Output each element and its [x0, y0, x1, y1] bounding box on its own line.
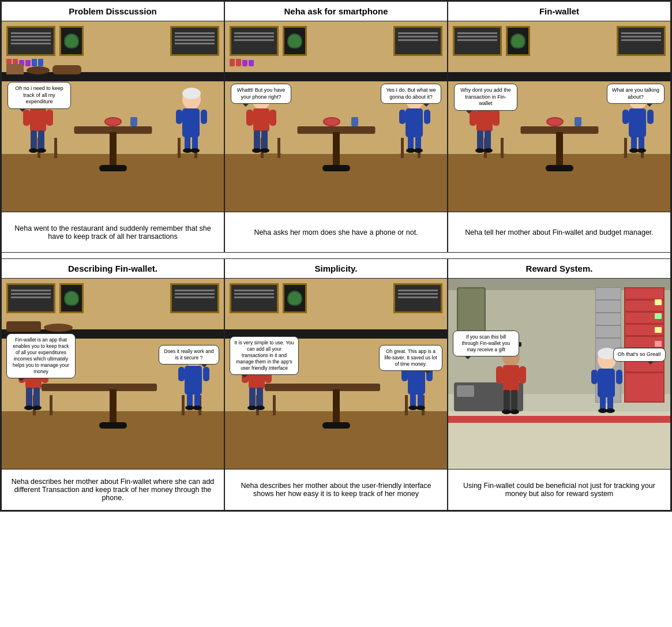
- svg-rect-95: [519, 366, 526, 384]
- bubble-3-right: What are you talking about?: [607, 84, 665, 104]
- svg-rect-40: [493, 110, 500, 126]
- panel-5-caption: Neha describes her mother about the user…: [225, 469, 447, 509]
- panel-5-scene: It is very simple to use. You can add al…: [225, 279, 447, 469]
- svg-point-25: [252, 148, 261, 153]
- svg-rect-97: [511, 390, 517, 412]
- panel-2-caption: Neha asks her mom does she have a phone …: [225, 212, 447, 252]
- svg-point-108: [606, 408, 615, 413]
- svg-rect-41: [477, 130, 483, 151]
- panel-6: Reward System.: [448, 258, 671, 510]
- svg-rect-31: [424, 110, 430, 124]
- panel-6-scene: If you scan this bill through Fin-wallet…: [448, 279, 670, 469]
- bubble-1-left: Oh no i need to keep track of all my exp…: [7, 82, 71, 109]
- svg-point-89: [416, 406, 425, 410]
- svg-point-35: [414, 148, 423, 153]
- svg-rect-93: [503, 365, 519, 391]
- panel-6-title: Reward System.: [448, 259, 670, 279]
- panel-2-title: Neha ask for smartphone: [225, 2, 447, 21]
- svg-point-7: [29, 148, 38, 153]
- svg-point-43: [475, 148, 485, 153]
- svg-rect-66: [178, 367, 185, 381]
- svg-rect-2: [30, 108, 46, 132]
- svg-rect-29: [406, 108, 423, 137]
- svg-point-62: [32, 406, 42, 410]
- svg-rect-49: [647, 110, 654, 124]
- svg-rect-102: [598, 369, 615, 397]
- svg-rect-103: [591, 370, 598, 384]
- row-divider: [1, 253, 671, 258]
- panel-4-caption: Neha describes her mother about Fin-wall…: [2, 469, 224, 510]
- panel-3-title: Fin-wallet: [448, 2, 670, 21]
- panel-1-caption: Neha went to the restaurant and suddenly…: [2, 212, 224, 252]
- bubble-2-right: Yes I do. But what we gonna do about it?: [381, 84, 441, 104]
- svg-rect-65: [185, 366, 202, 395]
- panel-3: Fin-wallet: [448, 1, 671, 253]
- svg-rect-48: [622, 110, 629, 124]
- svg-rect-11: [182, 108, 200, 137]
- svg-rect-78: [257, 388, 263, 408]
- svg-point-10: [182, 88, 201, 99]
- bubble-5-left: It is very simple to use. You can add al…: [230, 336, 299, 375]
- svg-rect-22: [269, 110, 276, 126]
- svg-rect-42: [485, 130, 491, 151]
- bubble-4-right: Does it really work and is it secure ?: [159, 345, 219, 365]
- panel-2-scene: Whattt! But you have your phone right? Y…: [225, 21, 447, 212]
- bubble-3-left: Why dont you add the transaction in Fin-…: [454, 84, 517, 111]
- bubble-2-left: Whattt! But you have your phone right?: [231, 84, 291, 104]
- svg-point-61: [24, 406, 33, 410]
- panel-4-title: Describing Fin-wallet.: [2, 259, 224, 279]
- svg-rect-47: [629, 108, 646, 137]
- menu-icon-1: [59, 26, 84, 56]
- svg-rect-20: [253, 108, 269, 132]
- panel-5: Simplicity.: [224, 258, 448, 510]
- svg-rect-59: [26, 388, 32, 408]
- menu-board-2: [170, 26, 219, 56]
- svg-rect-21: [246, 110, 253, 126]
- svg-rect-96: [504, 390, 510, 412]
- cup-table: [130, 117, 137, 126]
- storyboard: Problem Disscussion: [0, 0, 672, 512]
- bubble-6-right: Oh that's so Great!: [613, 348, 666, 362]
- svg-rect-104: [616, 370, 622, 384]
- svg-point-99: [510, 410, 519, 414]
- svg-point-8: [37, 148, 46, 153]
- svg-rect-5: [31, 130, 37, 151]
- food-counter: [6, 56, 219, 74]
- svg-point-44: [483, 148, 493, 153]
- svg-point-71: [193, 406, 202, 410]
- bubble-4-left: Fin-wallet is an app that enables you to…: [6, 333, 76, 378]
- svg-point-53: [637, 148, 646, 153]
- panel-1: Problem Disscussion: [1, 1, 224, 253]
- svg-rect-30: [399, 110, 406, 124]
- svg-rect-94: [496, 366, 503, 384]
- svg-point-80: [256, 406, 265, 410]
- svg-point-98: [502, 410, 511, 414]
- panel-2: Neha ask for smartphone: [224, 1, 448, 253]
- panel-4: Describing Fin-wallet.: [1, 258, 224, 510]
- svg-rect-13: [201, 110, 207, 124]
- menu-board-1: [6, 26, 55, 56]
- bubble-6-left: If you scan this bill through Fin-wallet…: [453, 331, 519, 356]
- svg-point-17: [190, 148, 200, 153]
- panel-4-scene: Fin-wallet is an app that enables you to…: [2, 279, 224, 469]
- svg-rect-6: [38, 130, 44, 151]
- svg-rect-23: [254, 130, 260, 151]
- panel-3-caption: Neha tell her mother about Fin-wallet an…: [448, 212, 670, 252]
- character-right-1: [173, 88, 211, 157]
- svg-rect-38: [476, 108, 493, 132]
- panel-3-scene: Why dont you add the transaction in Fin-…: [448, 21, 670, 212]
- bubble-5-right: Oh great. This app is a life-saver. It s…: [379, 345, 442, 371]
- bowl: [104, 117, 122, 126]
- svg-rect-4: [46, 110, 53, 126]
- table-base: [99, 165, 127, 171]
- svg-rect-77: [249, 388, 256, 408]
- panel-5-title: Simplicity.: [225, 259, 447, 279]
- svg-point-26: [260, 148, 269, 153]
- svg-point-79: [247, 406, 257, 410]
- table-leg: [110, 132, 117, 166]
- svg-rect-24: [261, 130, 268, 151]
- panel-1-title: Problem Disscussion: [2, 2, 224, 21]
- svg-rect-12: [176, 110, 182, 124]
- svg-rect-60: [33, 388, 40, 408]
- panel-1-scene: Oh no i need to keep track of all my exp…: [2, 21, 224, 212]
